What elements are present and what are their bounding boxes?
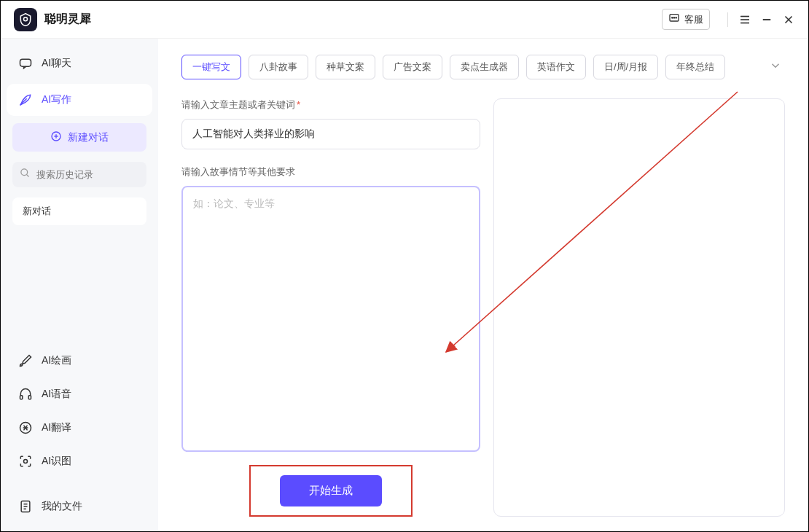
translate-icon [18, 420, 33, 435]
titlebar: 聪明灵犀 客服 [1, 1, 808, 39]
sidebar-item-chat[interactable]: AI聊天 [7, 47, 152, 79]
svg-rect-19 [28, 396, 31, 399]
menu-button[interactable] [734, 9, 756, 31]
brush-icon [18, 353, 33, 368]
sidebar-item-writing[interactable]: AI写作 [7, 84, 152, 116]
chat-bubble-icon [18, 56, 33, 71]
sidebar-tool-label: AI绘画 [42, 354, 71, 367]
sidebar-tool-label: AI语音 [42, 388, 71, 401]
svg-point-0 [24, 17, 28, 20]
svg-rect-18 [20, 396, 23, 399]
conversation-title: 新对话 [23, 206, 51, 216]
svg-rect-11 [20, 59, 31, 66]
headphone-icon [18, 387, 33, 402]
app-logo [14, 8, 37, 31]
svg-point-2 [672, 17, 673, 18]
divider [727, 12, 728, 27]
tab-one-click[interactable]: 一键写文 [181, 55, 241, 79]
tab-year-end[interactable]: 年终总结 [665, 55, 725, 79]
tab-ad[interactable]: 广告文案 [383, 55, 442, 79]
svg-point-21 [24, 460, 28, 463]
feather-icon [18, 93, 33, 107]
sidebar-item-label: AI聊天 [42, 57, 71, 70]
image-scan-icon [18, 454, 33, 469]
chevron-down-icon [769, 62, 782, 74]
output-panel [493, 98, 785, 517]
main-content: 一键写文 八卦故事 种草文案 广告文案 卖点生成器 英语作文 日/周/月报 年终… [158, 39, 808, 531]
search-icon [20, 168, 31, 181]
sidebar-tool-voice[interactable]: AI语音 [7, 378, 152, 410]
generate-button[interactable]: 开始生成 [280, 475, 382, 506]
tab-gossip[interactable]: 八卦故事 [249, 55, 308, 79]
sidebar-tool-paint[interactable]: AI绘画 [7, 345, 152, 377]
input-form: 请输入文章主题或者关键词* 请输入故事情节等其他要求 开始生成 [181, 98, 480, 517]
svg-point-4 [676, 17, 676, 18]
detail-textarea[interactable] [181, 186, 480, 452]
chat-icon [668, 12, 680, 26]
app-title: 聪明灵犀 [44, 12, 91, 27]
support-label: 客服 [684, 13, 703, 26]
support-button[interactable]: 客服 [662, 9, 710, 30]
minimize-button[interactable] [756, 9, 778, 31]
sidebar-files[interactable]: 我的文件 [7, 490, 152, 523]
conversation-item[interactable]: 新对话 [12, 197, 146, 225]
svg-point-16 [21, 169, 28, 176]
topic-label: 请输入文章主题或者关键词* [181, 98, 480, 112]
new-chat-label: 新建对话 [68, 131, 109, 144]
sidebar: AI聊天 AI写作 新建对话 新对话 AI绘画 AI语音 [1, 39, 158, 531]
search-input[interactable] [36, 169, 139, 180]
tab-english[interactable]: 英语作文 [526, 55, 586, 79]
sidebar-files-label: 我的文件 [42, 500, 82, 513]
search-box[interactable] [12, 162, 146, 187]
svg-line-17 [26, 174, 28, 176]
required-mark: * [297, 99, 300, 110]
sidebar-tool-vision[interactable]: AI识图 [7, 445, 152, 477]
svg-point-3 [673, 17, 674, 18]
tabs-expand[interactable] [766, 56, 785, 78]
plus-circle-icon [50, 130, 62, 144]
new-chat-button[interactable]: 新建对话 [12, 123, 146, 152]
sidebar-tool-translate[interactable]: AI翻译 [7, 412, 152, 444]
sidebar-tool-label: AI翻译 [42, 421, 71, 434]
topic-input[interactable] [181, 119, 480, 149]
template-tabs: 一键写文 八卦故事 种草文案 广告文案 卖点生成器 英语作文 日/周/月报 年终… [181, 55, 785, 79]
close-button[interactable] [778, 9, 800, 31]
detail-label: 请输入故事情节等其他要求 [181, 165, 480, 179]
sidebar-tool-label: AI识图 [42, 455, 71, 468]
tab-report[interactable]: 日/周/月报 [593, 55, 658, 79]
tab-seeding[interactable]: 种草文案 [316, 55, 375, 79]
file-icon [18, 499, 33, 514]
sidebar-item-label: AI写作 [42, 93, 71, 106]
tab-selling-point[interactable]: 卖点生成器 [450, 55, 519, 79]
generate-callout-box: 开始生成 [249, 465, 413, 517]
